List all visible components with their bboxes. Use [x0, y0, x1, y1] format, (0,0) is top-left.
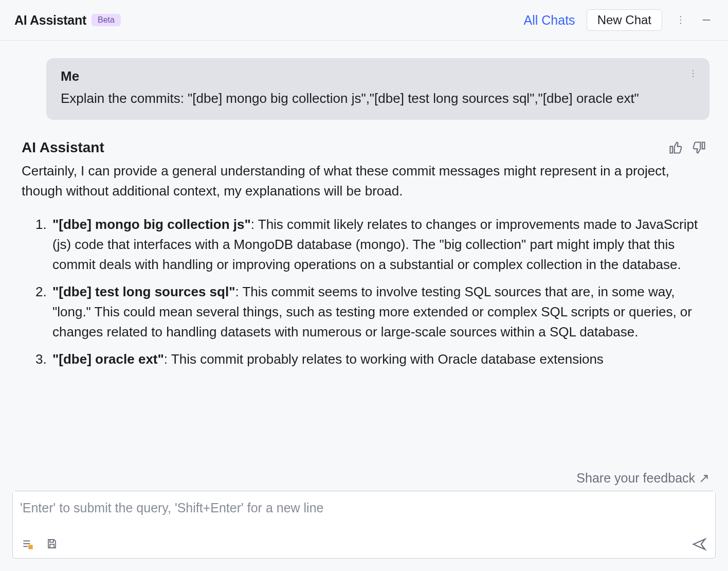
app-title: AI Assistant: [14, 13, 86, 28]
list-item: "[dbe] test long sources sql": This comm…: [50, 282, 706, 342]
save-icon[interactable]: [46, 538, 58, 551]
thumbs-down-icon[interactable]: [692, 140, 706, 155]
user-message-text: Explain the commits: "[dbe] mongo big co…: [61, 88, 695, 109]
list-item-bold: "[dbe] oracle ext": [52, 351, 164, 367]
new-chat-button[interactable]: New Chat: [587, 9, 662, 31]
input-area: [12, 491, 716, 559]
svg-point-2: [680, 23, 681, 24]
app-header: AI Assistant Beta All Chats New Chat: [0, 0, 728, 41]
conversation-area: Me Explain the commits: "[dbe] mongo big…: [0, 41, 728, 468]
header-left: AI Assistant Beta: [14, 13, 121, 28]
svg-point-4: [693, 70, 694, 71]
feedback-icons: [668, 140, 706, 155]
list-item-rest: : This commit probably relates to workin…: [164, 351, 604, 367]
assistant-body: Certainly, I can provide a general under…: [22, 161, 706, 369]
beta-badge: Beta: [92, 14, 121, 26]
assistant-header: AI Assistant: [22, 139, 706, 156]
assistant-message: AI Assistant Certainly, I can provide a …: [19, 139, 709, 369]
more-options-icon[interactable]: [674, 13, 688, 27]
svg-point-5: [693, 73, 694, 74]
list-item: "[dbe] oracle ext": This commit probably…: [50, 349, 706, 369]
svg-point-6: [693, 76, 694, 77]
svg-point-1: [680, 20, 681, 21]
svg-point-0: [680, 16, 681, 17]
svg-rect-11: [50, 540, 53, 542]
minimize-icon[interactable]: [699, 13, 714, 27]
header-right: All Chats New Chat: [524, 9, 714, 31]
message-menu-icon[interactable]: [688, 68, 698, 81]
all-chats-link[interactable]: All Chats: [524, 13, 575, 28]
user-sender-label: Me: [61, 68, 695, 84]
scroll-region[interactable]: Me Explain the commits: "[dbe] mongo big…: [19, 58, 709, 468]
send-icon[interactable]: [691, 537, 707, 552]
assistant-intro: Certainly, I can provide a general under…: [22, 161, 706, 201]
chat-input[interactable]: [13, 491, 715, 532]
svg-rect-10: [29, 545, 32, 549]
share-feedback-link[interactable]: Share your feedback: [576, 471, 709, 485]
svg-rect-12: [50, 544, 54, 548]
list-item: "[dbe] mongo big collection js": This co…: [50, 215, 706, 275]
input-toolbar: [13, 532, 715, 558]
list-item-bold: "[dbe] mongo big collection js": [52, 217, 251, 232]
thumbs-up-icon[interactable]: [668, 140, 683, 155]
list-item-bold: "[dbe] test long sources sql": [52, 284, 235, 299]
assistant-list: "[dbe] mongo big collection js": This co…: [22, 215, 706, 369]
insert-snippet-icon[interactable]: [21, 538, 34, 551]
feedback-link-row: Share your feedback: [0, 468, 728, 491]
user-message: Me Explain the commits: "[dbe] mongo big…: [46, 58, 709, 120]
assistant-sender-label: AI Assistant: [22, 139, 104, 156]
